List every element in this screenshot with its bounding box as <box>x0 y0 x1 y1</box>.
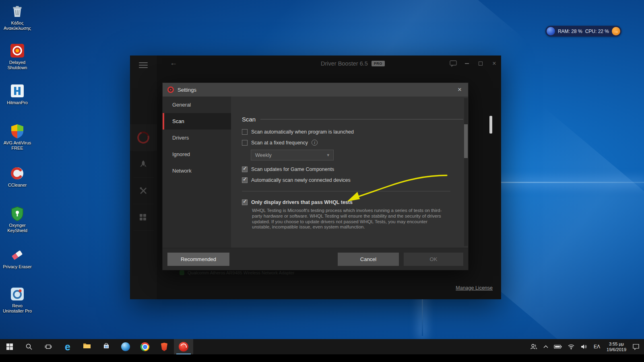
settings-body: General Scan Drivers Ignored Network Sca… <box>163 97 468 248</box>
revo-uninstaller-icon <box>9 286 25 302</box>
checkbox-box[interactable] <box>242 129 248 135</box>
recycle-bin-icon <box>9 3 25 19</box>
edge-icon: e <box>65 342 70 352</box>
clock-date: 19/6/2019 <box>607 347 626 352</box>
oxynger-keyshield-icon <box>9 206 25 222</box>
task-view-button[interactable] <box>39 339 58 354</box>
people-icon[interactable] <box>527 339 541 354</box>
desktop-icon-label: Revo Uninstaller Pro <box>2 303 32 314</box>
circular-app-icon <box>121 342 130 351</box>
whql-description: WHQL Testing is Microsoft's testing proc… <box>252 208 446 230</box>
checkbox-label: Only display drivers that pass WHQL test… <box>251 200 353 205</box>
checkbox-label: Scan at a fixed frequency <box>251 140 308 146</box>
heading-rule <box>260 119 463 119</box>
recommended-button[interactable]: Recommended <box>167 253 229 266</box>
desktop-icon-label: HitmanPro <box>2 100 32 105</box>
avg-antivirus-icon <box>9 123 25 139</box>
desktop-icon-privacy-eraser[interactable]: Privacy Eraser <box>2 247 32 269</box>
taskbar-app-driver-booster[interactable] <box>174 339 193 354</box>
checkbox-box[interactable]: ✓ <box>242 167 248 172</box>
settings-sidebar: General Scan Drivers Ignored Network <box>163 97 231 248</box>
network-icon[interactable] <box>565 339 578 354</box>
taskbar-app-brave[interactable] <box>155 339 174 354</box>
taskbar-app-store[interactable] <box>97 339 116 354</box>
hitmanpro-icon <box>9 83 25 99</box>
checkbox-label: Scan updates for Game Components <box>251 167 334 172</box>
dialog-scrollbar-thumb[interactable] <box>464 124 468 158</box>
cancel-button[interactable]: Cancel <box>338 253 399 266</box>
chrome-icon <box>140 342 149 351</box>
checkbox-scan-automatically[interactable]: Scan automatically when program is launc… <box>242 126 468 137</box>
sidebar-item-drivers[interactable]: Drivers <box>163 130 231 146</box>
settings-title: Settings <box>178 87 196 93</box>
desktop-icon-ccleaner[interactable]: CCleaner <box>2 165 32 188</box>
desktop-icon-label: Privacy Eraser <box>2 264 32 269</box>
checkbox-label: Scan automatically when program is launc… <box>251 129 354 135</box>
checkbox-scan-fixed-frequency[interactable]: Scan at a fixed frequency i <box>242 137 468 148</box>
desktop-icon-label: Oxynger KeyShield <box>2 223 32 233</box>
delayed-shutdown-icon <box>9 43 25 59</box>
booster-orb-icon <box>547 27 555 35</box>
dialog-close-icon[interactable]: × <box>456 86 463 94</box>
sidebar-item-network[interactable]: Network <box>163 162 231 179</box>
section-heading: Scan <box>242 116 468 123</box>
boost-arrow-icon[interactable]: → <box>612 27 620 35</box>
dialog-scrollbar[interactable] <box>464 98 468 246</box>
sidebar-item-ignored[interactable]: Ignored <box>163 146 231 162</box>
manage-license-link[interactable]: Manage License <box>456 285 493 291</box>
cpu-usage-label: CPU: 22 % <box>585 29 609 34</box>
store-icon <box>103 342 110 351</box>
search-button[interactable] <box>19 339 39 354</box>
sidebar-item-label: Scan <box>172 118 184 124</box>
taskbar-clock[interactable]: 3:55 μμ 19/6/2019 <box>603 341 630 353</box>
window-scrollbar-thumb[interactable] <box>489 116 492 134</box>
section-divider <box>242 191 450 191</box>
ok-button[interactable]: OK <box>404 253 463 266</box>
taskbar-app-edge[interactable]: e <box>58 339 77 354</box>
taskbar-apps: e <box>0 339 193 354</box>
folder-icon <box>83 342 91 351</box>
checkbox-box[interactable]: ✓ <box>242 200 248 205</box>
desktop-icon-revo-uninstaller[interactable]: Revo Uninstaller Pro <box>2 286 32 314</box>
start-button[interactable] <box>0 339 19 354</box>
settings-content: Scan Scan automatically when program is … <box>231 97 468 248</box>
sidebar-item-label: Ignored <box>172 151 190 157</box>
checkbox-label: Automatically scan newly connected devic… <box>251 177 351 183</box>
action-center-icon[interactable] <box>630 339 642 354</box>
desktop-icon-delayed-shutdown[interactable]: Delayed Shutdown <box>2 43 32 70</box>
volume-icon[interactable] <box>578 339 590 354</box>
battery-icon[interactable] <box>551 339 565 354</box>
settings-dialog: Settings × General Scan Drivers Ignored … <box>162 82 469 270</box>
checkbox-game-components[interactable]: ✓ Scan updates for Game Components <box>242 164 468 175</box>
desktop-icon-oxynger-keyshield[interactable]: Oxynger KeyShield <box>2 206 32 233</box>
driver-booster-icon <box>179 342 188 352</box>
desktop: Κάδος Ανακύκλωσης Delayed Shutdown Hitma… <box>0 0 644 362</box>
desktop-icon-recycle-bin[interactable]: Κάδος Ανακύκλωσης <box>2 3 32 31</box>
system-tray: ΕΛ 3:55 μμ 19/6/2019 <box>527 339 644 354</box>
screen-bottom-strip <box>0 354 644 362</box>
privacy-eraser-icon <box>9 247 25 263</box>
frequency-dropdown[interactable]: Weekly ▾ <box>251 150 334 160</box>
language-indicator[interactable]: ΕΛ <box>590 344 603 350</box>
desktop-icon-label: Κάδος Ανακύκλωσης <box>2 21 32 31</box>
checkbox-box[interactable] <box>242 140 248 146</box>
info-icon[interactable]: i <box>312 140 318 146</box>
checkbox-box[interactable]: ✓ <box>242 177 248 183</box>
dropdown-value: Weekly <box>255 152 272 158</box>
chevron-up-icon[interactable] <box>541 339 551 354</box>
chevron-down-icon: ▾ <box>327 152 329 158</box>
ram-usage-label: RAM: 28 % <box>558 29 582 34</box>
settings-titlebar: Settings × <box>163 83 468 97</box>
desktop-icon-hitmanpro[interactable]: HitmanPro <box>2 83 32 105</box>
taskbar-app-chrome[interactable] <box>135 339 155 354</box>
sidebar-item-label: Drivers <box>172 135 189 141</box>
sidebar-item-general[interactable]: General <box>163 97 231 113</box>
taskbar-app-blue-browser[interactable] <box>116 339 135 354</box>
checkbox-newly-connected-devices[interactable]: ✓ Automatically scan newly connected dev… <box>242 175 468 185</box>
checkbox-whql-only[interactable]: ✓ Only display drivers that pass WHQL te… <box>242 197 468 208</box>
taskbar-app-file-explorer[interactable] <box>77 339 97 354</box>
ccleaner-icon <box>9 165 25 181</box>
performance-widget[interactable]: RAM: 28 % CPU: 22 % → <box>545 26 621 37</box>
desktop-icon-avg-antivirus[interactable]: AVG AntiVirus FREE <box>2 123 32 151</box>
sidebar-item-scan[interactable]: Scan <box>163 113 231 130</box>
